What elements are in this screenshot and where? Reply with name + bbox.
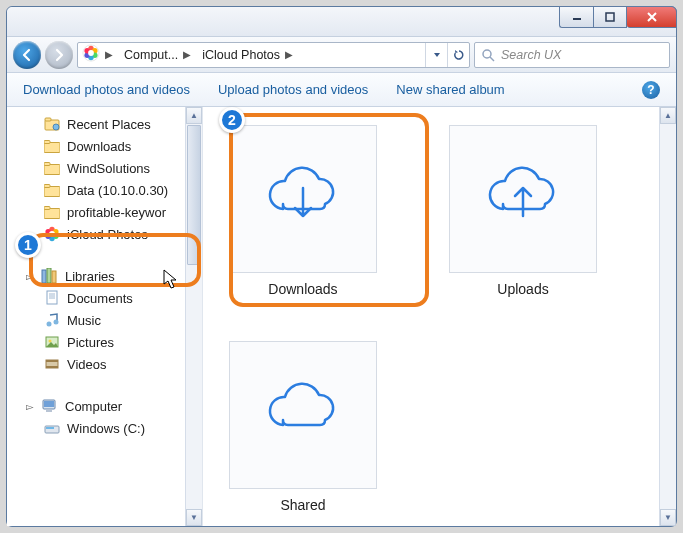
scroll-up-button[interactable]: ▲ bbox=[660, 107, 676, 124]
upload-photos-link[interactable]: Upload photos and videos bbox=[218, 82, 368, 97]
tree-item-recent-places[interactable]: Recent Places bbox=[7, 113, 185, 135]
history-dropdown[interactable] bbox=[425, 43, 447, 67]
svg-rect-12 bbox=[45, 118, 51, 121]
tree-group-label: Libraries bbox=[65, 269, 115, 284]
tree-item-music[interactable]: Music bbox=[7, 309, 185, 331]
svg-rect-17 bbox=[44, 162, 50, 165]
svg-rect-42 bbox=[44, 401, 54, 407]
breadcrumb-segment[interactable]: iCloud Photos bbox=[202, 48, 280, 62]
folder-icon bbox=[43, 159, 61, 177]
videos-library-icon bbox=[43, 355, 61, 373]
command-bar: Download photos and videos Upload photos… bbox=[7, 73, 676, 107]
folder-label: Downloads bbox=[268, 281, 337, 297]
photos-app-icon bbox=[82, 44, 100, 65]
cloud-icon bbox=[258, 380, 348, 450]
tree-group-computer[interactable]: ▻ Computer bbox=[7, 395, 185, 417]
svg-point-34 bbox=[47, 322, 52, 327]
recent-places-icon bbox=[43, 115, 61, 133]
tree-item-drive-c[interactable]: Windows (C:) bbox=[7, 417, 185, 439]
scroll-down-button[interactable]: ▼ bbox=[660, 509, 676, 526]
tree-group-label: Computer bbox=[65, 399, 122, 414]
folder-icon bbox=[43, 137, 61, 155]
tree-item-label: WindSolutions bbox=[67, 161, 150, 176]
svg-rect-15 bbox=[44, 140, 50, 143]
tree-item-label: iCloud Photos bbox=[67, 227, 148, 242]
folder-icon bbox=[43, 203, 61, 221]
search-input[interactable]: Search UX bbox=[474, 42, 670, 68]
refresh-button[interactable] bbox=[447, 43, 469, 67]
sidebar-scrollbar[interactable]: ▲ ▼ bbox=[185, 107, 202, 526]
svg-rect-33 bbox=[47, 291, 57, 304]
scroll-thumb[interactable] bbox=[187, 125, 201, 265]
minimize-button[interactable] bbox=[559, 6, 593, 28]
cloud-download-icon bbox=[258, 164, 348, 234]
folder-label: Shared bbox=[280, 497, 325, 513]
libraries-icon bbox=[41, 267, 59, 285]
content-pane: Downloads Uploads bbox=[203, 107, 676, 526]
tree-item-label: Recent Places bbox=[67, 117, 151, 132]
folder-item-downloads[interactable]: Downloads bbox=[221, 125, 385, 297]
tree-item-label: Videos bbox=[67, 357, 107, 372]
tree-item-profitable-keywords[interactable]: profitable-keywor bbox=[7, 201, 185, 223]
svg-rect-32 bbox=[52, 271, 56, 283]
svg-point-9 bbox=[88, 50, 94, 56]
tree-item-icloud-photos[interactable]: iCloud Photos bbox=[7, 223, 185, 245]
breadcrumb-segment[interactable]: Comput... bbox=[124, 48, 178, 62]
scroll-down-button[interactable]: ▼ bbox=[186, 509, 202, 526]
tree-item-label: Documents bbox=[67, 291, 133, 306]
svg-rect-39 bbox=[46, 360, 58, 362]
tree-item-label: Music bbox=[67, 313, 101, 328]
folder-item-shared[interactable]: Shared bbox=[221, 341, 385, 513]
tree-item-downloads[interactable]: Downloads bbox=[7, 135, 185, 157]
tree-item-label: Windows (C:) bbox=[67, 421, 145, 436]
back-button[interactable] bbox=[13, 41, 41, 69]
forward-button[interactable] bbox=[45, 41, 73, 69]
expand-icon: ▻ bbox=[25, 271, 35, 282]
tree-item-data-share[interactable]: Data (10.10.0.30) bbox=[7, 179, 185, 201]
svg-rect-0 bbox=[573, 18, 581, 20]
help-button[interactable]: ? bbox=[642, 81, 660, 99]
address-bar[interactable]: ▶ Comput... ▶ iCloud Photos ▶ bbox=[77, 42, 470, 68]
tree-item-videos[interactable]: Videos bbox=[7, 353, 185, 375]
cloud-upload-icon bbox=[478, 164, 568, 234]
drive-icon bbox=[43, 419, 61, 437]
chevron-right-icon: ▶ bbox=[102, 49, 116, 60]
new-shared-album-link[interactable]: New shared album bbox=[396, 82, 504, 97]
search-placeholder: Search UX bbox=[501, 48, 561, 62]
svg-rect-31 bbox=[47, 268, 51, 283]
folder-item-uploads[interactable]: Uploads bbox=[441, 125, 605, 297]
svg-rect-30 bbox=[42, 270, 46, 283]
tree-item-label: Data (10.10.0.30) bbox=[67, 183, 168, 198]
nav-bar: ▶ Comput... ▶ iCloud Photos ▶ Search UX bbox=[7, 37, 676, 73]
folder-label: Uploads bbox=[497, 281, 548, 297]
tree-item-label: Downloads bbox=[67, 139, 131, 154]
expand-icon: ▻ bbox=[25, 401, 35, 412]
svg-rect-1 bbox=[606, 13, 614, 21]
chevron-right-icon: ▶ bbox=[180, 49, 194, 60]
svg-point-35 bbox=[54, 320, 59, 325]
content-scrollbar[interactable]: ▲ ▼ bbox=[659, 107, 676, 526]
svg-rect-21 bbox=[44, 206, 50, 209]
tree-group-libraries[interactable]: ▻ Libraries bbox=[7, 265, 185, 287]
tree-item-label: Pictures bbox=[67, 335, 114, 350]
svg-point-13 bbox=[53, 124, 59, 130]
download-photos-link[interactable]: Download photos and videos bbox=[23, 82, 190, 97]
search-icon bbox=[481, 48, 495, 62]
svg-point-29 bbox=[49, 231, 55, 237]
pictures-library-icon bbox=[43, 333, 61, 351]
tree-item-pictures[interactable]: Pictures bbox=[7, 331, 185, 353]
maximize-button[interactable] bbox=[593, 6, 627, 28]
photos-app-icon bbox=[43, 225, 61, 243]
svg-rect-40 bbox=[46, 366, 58, 368]
tree-item-label: profitable-keywor bbox=[67, 205, 166, 220]
svg-rect-43 bbox=[46, 410, 52, 412]
close-button[interactable] bbox=[627, 6, 677, 28]
svg-point-10 bbox=[483, 50, 491, 58]
scroll-up-button[interactable]: ▲ bbox=[186, 107, 202, 124]
navigation-pane: Recent Places Downloads WindSolutions Da… bbox=[7, 107, 203, 526]
tree-item-windsolutions[interactable]: WindSolutions bbox=[7, 157, 185, 179]
tree-item-documents[interactable]: Documents bbox=[7, 287, 185, 309]
computer-icon bbox=[41, 397, 59, 415]
chevron-right-icon: ▶ bbox=[282, 49, 296, 60]
body: Recent Places Downloads WindSolutions Da… bbox=[7, 107, 676, 526]
